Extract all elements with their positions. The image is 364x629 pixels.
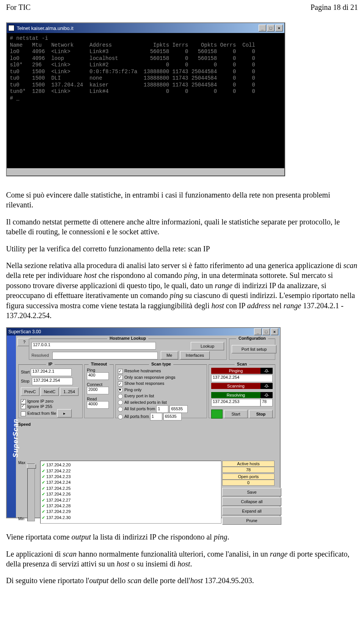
interfaces-button[interactable]: Interfaces xyxy=(180,351,210,359)
list-item[interactable]: 137.204.2.29 xyxy=(42,509,220,514)
hostname-input[interactable]: 127.0.0.1 xyxy=(31,342,156,350)
resolve-hostnames-checkbox[interactable] xyxy=(118,369,123,374)
portlist-setup-button[interactable]: Port list setup xyxy=(232,345,276,353)
resolving-ip: 137.204.2.253 xyxy=(211,399,260,406)
paragraph-1: Come si può evincere dalle statistiche, … xyxy=(6,190,358,210)
scan-label: Scan xyxy=(235,362,249,366)
resolved-label: Resolved xyxy=(31,353,49,358)
computer-icon xyxy=(211,409,223,419)
telnet-window: Telnet kaiser.alma.unibo.it _ □ × # nets… xyxy=(6,22,285,176)
list-item[interactable]: 137.204.2.23 xyxy=(42,474,220,480)
telnet-icon xyxy=(8,25,14,31)
stats-column: Active hosts 78 Open ports 0 Save Collap… xyxy=(222,461,275,525)
stop-ip-label: Stop xyxy=(21,379,30,383)
list-item[interactable]: 137.204.2.26 xyxy=(42,491,220,497)
responsive-pings-checkbox[interactable] xyxy=(118,375,123,380)
close-button[interactable]: × xyxy=(275,25,283,31)
every-port-radio[interactable] xyxy=(118,394,123,399)
collapse-all-button[interactable]: Collapse all xyxy=(222,497,281,506)
ss-minimize-button[interactable]: _ xyxy=(254,328,262,335)
save-button[interactable]: Save xyxy=(222,488,281,496)
one254-button[interactable]: 1..254 xyxy=(60,387,78,396)
prevc-button[interactable]: PrevC xyxy=(21,387,39,396)
header-left: For TIC xyxy=(6,3,31,12)
timeout-group: Timeout Ping 400 Connect 2000 Read 4000 xyxy=(84,364,114,418)
ss-maximize-button[interactable]: □ xyxy=(262,328,270,335)
stop-ip-input[interactable]: 137.204.2.254 xyxy=(32,378,73,385)
read-timeout-label: Read xyxy=(87,397,111,401)
scantype-group: Scan type Resolve hostnames Only scan re… xyxy=(115,364,207,418)
prune-button[interactable]: Prune xyxy=(222,516,281,525)
paragraph-7: Di seguito viene riportato l'output dell… xyxy=(6,576,358,585)
section-heading: Utility per la verifica del corretto fun… xyxy=(6,244,358,254)
active-hosts-label: Active hosts xyxy=(222,461,275,467)
list-item[interactable]: 137.204.2.30 xyxy=(42,515,220,521)
open-ports-label: Open ports xyxy=(222,474,275,480)
list-item[interactable]: 137.204.2.24 xyxy=(42,480,220,485)
ping-timeout-label: Ping xyxy=(87,368,111,372)
list-item[interactable]: 137.204.2.20 xyxy=(42,462,220,468)
connect-timeout-label: Connect xyxy=(87,382,111,387)
expand-all-button[interactable]: Expand all xyxy=(222,507,281,515)
ip-group-label: IP xyxy=(46,362,55,366)
active-hosts-value: 78 xyxy=(222,467,275,473)
all-selected-radio[interactable] xyxy=(118,400,123,405)
all-list-from-radio[interactable] xyxy=(118,407,123,412)
me-button[interactable]: Me xyxy=(161,351,178,359)
ip-group: IP Start 137.204.2.1 Stop 137.204.2.254 … xyxy=(18,364,83,418)
paragraph-2: Il comando netstat permette di ottenere … xyxy=(6,217,358,237)
start-ip-input[interactable]: 137.204.2.1 xyxy=(31,369,72,376)
extract-file-label: Extract from file xyxy=(27,411,56,416)
hostname-lookup-label: Hostname Lookup xyxy=(107,336,148,340)
telnet-statusbar xyxy=(7,168,284,176)
min-label: Min xyxy=(18,517,24,521)
paragraph-6: Le applicazioni di scan hanno normalment… xyxy=(6,549,358,569)
start-scan-button[interactable]: Start xyxy=(224,410,248,418)
results-list[interactable]: 137.204.2.20 137.204.2.22 137.204.2.23 1… xyxy=(40,461,221,524)
list-item[interactable]: 137.204.2.25 xyxy=(42,486,220,491)
list-item[interactable]: 137.204.2.22 xyxy=(42,468,220,474)
scanning-status: Scanning xyxy=(211,383,260,389)
browse-button[interactable]: ▸ xyxy=(57,409,72,417)
show-host-checkbox[interactable] xyxy=(118,381,123,386)
terminal-output: # netstat -i Name Mtu Network Address Ip… xyxy=(7,33,284,168)
resolving-status: Resolving xyxy=(211,392,260,398)
ping-only-radio[interactable] xyxy=(118,387,123,392)
ignore-255-checkbox[interactable] xyxy=(21,404,26,409)
hostname-lookup-group: Hostname Lookup 127.0.0.1 Lookup Resolve… xyxy=(29,339,227,360)
start-ip-label: Start xyxy=(21,370,30,374)
open-ports-value: 0 xyxy=(222,480,275,486)
telnet-title: Telnet kaiser.alma.unibo.it xyxy=(17,25,74,31)
pinging-status: Pinging xyxy=(211,368,260,374)
configuration-label: Configuration xyxy=(236,336,268,340)
speed-slider[interactable] xyxy=(27,464,35,521)
connect-timeout-input[interactable]: 2000 xyxy=(87,387,109,394)
read-timeout-input[interactable]: 4000 xyxy=(87,401,109,409)
stop-scan-button[interactable]: Stop xyxy=(249,410,273,418)
ignore-255-label: Ignore IP 255 xyxy=(27,404,52,409)
ss-close-button[interactable]: × xyxy=(271,328,278,335)
all-ports-from-radio[interactable] xyxy=(118,414,123,419)
superscan-titlebar: SuperScan 3.00 _ □ × xyxy=(7,328,280,336)
telnet-titlebar: Telnet kaiser.alma.unibo.it _ □ × xyxy=(7,23,284,33)
ignore-zero-label: Ignore IP zero xyxy=(27,399,53,403)
timeout-label: Timeout xyxy=(89,362,110,366)
ping-timeout-input[interactable]: 400 xyxy=(87,372,109,380)
paragraph-4: Nella sezione relativa alla procedura di… xyxy=(6,260,358,320)
superscan-rail: SuperScan xyxy=(7,336,16,518)
extract-file-checkbox[interactable] xyxy=(21,411,26,416)
minimize-button[interactable]: _ xyxy=(259,25,266,31)
speed-label: Speed xyxy=(18,422,31,427)
max-label: Max xyxy=(18,461,25,465)
scantype-label: Scan type xyxy=(149,362,173,366)
list-item[interactable]: 137.204.2.27 xyxy=(42,497,220,503)
superscan-title: SuperScan 3.00 xyxy=(8,329,41,334)
nextc-button[interactable]: NextC xyxy=(41,387,59,396)
lookup-button[interactable]: Lookup xyxy=(191,342,224,350)
pinging-ip: 137.204.2.254 xyxy=(211,375,273,382)
configuration-group: Configuration Port list setup xyxy=(229,339,275,360)
list-item[interactable]: 137.204.2.28 xyxy=(42,503,220,509)
superscan-window: SuperScan 3.00 _ □ × SuperScan ? Hostnam… xyxy=(6,327,281,518)
maximize-button[interactable]: □ xyxy=(267,25,275,31)
resolved-output xyxy=(52,352,158,359)
